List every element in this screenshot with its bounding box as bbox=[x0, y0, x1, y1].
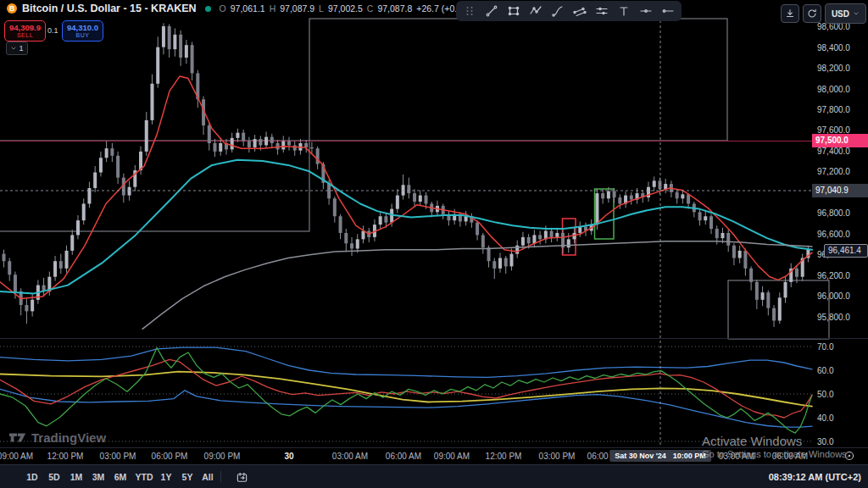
candle-body bbox=[766, 292, 770, 308]
range-button-ytd[interactable]: YTD bbox=[133, 470, 156, 484]
candle-body bbox=[116, 156, 120, 178]
time-axis-label: 06:00 AM bbox=[772, 452, 808, 461]
clock[interactable]: 08:39:12 AM (UTC+2) bbox=[769, 472, 861, 482]
time-axis-label: 06:00 AM bbox=[386, 452, 421, 461]
quantity-dropdown[interactable]: 1 bbox=[6, 42, 28, 55]
price-axis-label: 96,000.0 bbox=[817, 291, 850, 301]
candle-body bbox=[128, 187, 131, 196]
candle-body bbox=[93, 173, 97, 188]
drawing-toolbar[interactable] bbox=[456, 1, 682, 21]
candle-body bbox=[601, 193, 604, 198]
go-to-date-button[interactable] bbox=[234, 469, 249, 485]
candle-body bbox=[248, 141, 251, 147]
toolbar-drag-handle[interactable] bbox=[459, 3, 480, 19]
tool-parallel-channel-button[interactable] bbox=[570, 3, 590, 19]
time-axis-label: 03:00 AM bbox=[332, 452, 368, 461]
candle-body bbox=[168, 26, 171, 49]
time-axis-label: 03:00 PM bbox=[100, 452, 136, 461]
top-right-controls: USD bbox=[781, 3, 866, 24]
candle-body bbox=[698, 212, 702, 220]
candle-body bbox=[726, 233, 730, 246]
buy-button[interactable]: 94,310.0 BUY bbox=[62, 20, 103, 42]
buy-price: 94,310.0 bbox=[67, 23, 98, 32]
price-axis-label: 60.0 bbox=[817, 366, 833, 375]
tool-flat-channel-button[interactable] bbox=[592, 3, 612, 19]
candle-body bbox=[99, 158, 103, 172]
candle-body bbox=[481, 235, 485, 247]
tool-horizontal-ray-button[interactable] bbox=[658, 3, 678, 19]
tool-text-button[interactable] bbox=[614, 3, 634, 19]
refresh-button[interactable] bbox=[803, 4, 821, 23]
drawing-rect-upper[interactable] bbox=[309, 19, 727, 141]
calendar-icon bbox=[236, 471, 248, 484]
tool-horizontal-line-button[interactable] bbox=[636, 3, 656, 19]
market-open-dot-icon[interactable] bbox=[205, 6, 211, 12]
candle-body bbox=[743, 251, 747, 269]
candle-body bbox=[65, 251, 69, 269]
candle-body bbox=[361, 231, 364, 240]
scroll-to-realtime-icon[interactable] bbox=[843, 450, 855, 462]
price-axis-label: 97,600.0 bbox=[817, 125, 850, 135]
candle-body bbox=[287, 141, 291, 146]
tool-trend-line-button[interactable] bbox=[481, 3, 502, 19]
chevron-down-icon bbox=[10, 45, 17, 52]
flat-channel-icon bbox=[595, 4, 609, 18]
range-button-1m[interactable]: 1M bbox=[68, 470, 86, 484]
candle-body bbox=[316, 148, 320, 164]
candle-body bbox=[681, 194, 684, 198]
candle-body bbox=[778, 297, 782, 320]
candle-body bbox=[521, 237, 525, 246]
range-button-3m[interactable]: 3M bbox=[90, 470, 108, 484]
tool-polyline-button[interactable] bbox=[526, 3, 546, 19]
candle-body bbox=[749, 269, 753, 282]
high-label: H bbox=[270, 3, 276, 14]
range-button-5y[interactable]: 5Y bbox=[180, 470, 196, 484]
candle-body bbox=[419, 196, 422, 202]
sell-price: 94,309.9 bbox=[9, 23, 41, 32]
candle-body bbox=[709, 216, 713, 229]
range-button-6m[interactable]: 6M bbox=[112, 470, 130, 484]
range-button-5d[interactable]: 5D bbox=[46, 470, 62, 484]
chart-canvas[interactable] bbox=[0, 0, 868, 488]
candle-body bbox=[653, 180, 656, 186]
candle-body bbox=[704, 216, 707, 220]
overlay-ma-fast-red bbox=[0, 76, 812, 299]
candle-body bbox=[465, 216, 468, 221]
download-button[interactable] bbox=[781, 4, 799, 23]
candle-body bbox=[8, 261, 11, 274]
bitcoin-icon: B bbox=[7, 3, 17, 14]
candle-body bbox=[76, 220, 80, 235]
currency-dropdown[interactable]: USD bbox=[825, 3, 866, 24]
sell-button[interactable]: 94,309.9 SELL bbox=[4, 20, 46, 42]
range-button-1y[interactable]: 1Y bbox=[159, 470, 175, 484]
trend-line-icon bbox=[485, 4, 498, 18]
horizontal-ray-icon bbox=[661, 4, 675, 18]
range-button-all[interactable]: All bbox=[199, 470, 215, 484]
candle-body bbox=[487, 247, 491, 261]
candle-body bbox=[492, 261, 496, 269]
candle-body bbox=[630, 196, 633, 200]
candle-body bbox=[185, 45, 188, 58]
alert-price-label[interactable]: 97,500.0 bbox=[812, 134, 868, 147]
candle-body bbox=[25, 305, 28, 311]
parallel-channel-icon bbox=[573, 4, 587, 18]
symbol-title[interactable]: Bitcoin / U.S. Dollar - 15 - KRAKEN bbox=[22, 3, 197, 14]
candle-body bbox=[208, 125, 211, 143]
candle-body bbox=[214, 143, 217, 152]
price-axis-label: 40.0 bbox=[817, 413, 833, 423]
time-axis-label: 12:00 PM bbox=[486, 452, 522, 461]
drawing-rect-left[interactable] bbox=[0, 141, 309, 231]
candle-body bbox=[231, 138, 234, 150]
candle-body bbox=[664, 184, 667, 189]
candle-body bbox=[732, 246, 736, 258]
tool-rectangle-button[interactable] bbox=[504, 3, 524, 19]
price-axis-label: 70.0 bbox=[817, 342, 833, 352]
tool-brush-button[interactable] bbox=[548, 3, 568, 19]
candle-body bbox=[344, 233, 348, 243]
candle-body bbox=[407, 185, 410, 193]
range-button-1d[interactable]: 1D bbox=[24, 470, 40, 484]
candle-body bbox=[110, 148, 114, 156]
crosshair-date: Sat 30 Nov '24 bbox=[615, 452, 666, 460]
price-axis-label: 50.0 bbox=[817, 390, 833, 399]
candle-body bbox=[413, 193, 416, 202]
